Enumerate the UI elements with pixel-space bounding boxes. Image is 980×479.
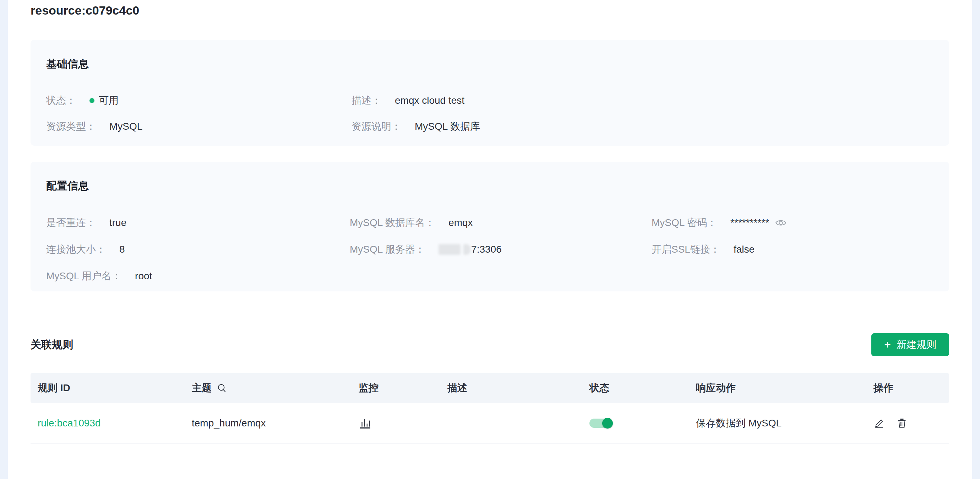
ssl-value: false [733, 244, 754, 255]
page-title: resource:c079c4c0 [30, 3, 139, 18]
status-label: 状态： [46, 94, 76, 107]
reconnect-label: 是否重连： [46, 216, 96, 230]
column-header-monitor: 监控 [352, 381, 440, 395]
page-right-margin [972, 0, 980, 479]
toggle-knob [602, 418, 613, 428]
new-rule-button-label: 新建规则 [897, 338, 936, 351]
pool-size-value: 8 [119, 244, 125, 255]
column-header-description: 描述 [440, 381, 582, 395]
page-left-margin [0, 0, 8, 479]
username-value: root [135, 270, 152, 282]
table-row: rule:bca1093d temp_hum/emqx 保存数据到 MySQL [30, 403, 949, 444]
status-field: 状态： 可用 [46, 94, 352, 107]
basic-info-card: 基础信息 状态： 可用 描述： emqx cloud test 资源类型： My… [30, 40, 949, 146]
plus-icon: + [884, 339, 891, 350]
ssl-label: 开启SSL链接： [652, 243, 720, 256]
description-field: 描述： emqx cloud test [352, 94, 934, 107]
database-value: emqx [449, 217, 473, 228]
rules-table-header: 规则 ID 主题 监控 描述 状态 响应动作 操作 [30, 373, 949, 403]
topic-search-icon[interactable] [216, 383, 227, 393]
password-label: MySQL 密码： [652, 216, 717, 230]
status-dot-icon [89, 98, 94, 103]
column-header-topic: 主题 [185, 381, 352, 395]
username-label: MySQL 用户名： [46, 269, 121, 283]
server-label: MySQL 服务器： [350, 243, 425, 256]
pool-size-label: 连接池大小： [46, 243, 106, 256]
ssl-field: 开启SSL链接： false [652, 236, 934, 263]
resource-type-value: MySQL [109, 121, 142, 132]
column-header-operations: 操作 [866, 381, 949, 395]
server-redacted-block [439, 244, 461, 255]
rule-id-link[interactable]: rule:bca1093d [38, 418, 100, 429]
status-value: 可用 [99, 94, 119, 107]
delete-rule-icon[interactable] [896, 418, 908, 429]
config-info-heading: 配置信息 [46, 179, 934, 193]
reconnect-value: true [109, 217, 126, 228]
server-redacted-block [463, 244, 471, 255]
reconnect-field: 是否重连： true [46, 209, 350, 236]
description-value: emqx cloud test [395, 95, 465, 106]
edit-rule-icon[interactable] [873, 418, 885, 429]
server-field: MySQL 服务器： 7:3306 [350, 236, 652, 263]
column-header-status: 状态 [582, 381, 689, 395]
show-password-eye-icon[interactable] [775, 219, 787, 227]
monitor-chart-icon[interactable] [359, 417, 371, 430]
resource-desc-field: 资源说明： MySQL 数据库 [352, 120, 934, 133]
rule-action: 保存数据到 MySQL [689, 417, 866, 430]
password-value: ********** [730, 217, 769, 228]
basic-info-heading: 基础信息 [46, 57, 934, 72]
rule-enabled-toggle[interactable] [589, 418, 612, 428]
database-label: MySQL 数据库名： [350, 216, 435, 230]
resource-desc-value: MySQL 数据库 [415, 120, 480, 133]
rules-section-heading: 关联规则 [30, 338, 73, 352]
server-value-visible: 7:3306 [471, 244, 502, 255]
database-field: MySQL 数据库名： emqx [350, 209, 652, 236]
column-header-rule-id: 规则 ID [30, 381, 185, 395]
config-info-card: 配置信息 是否重连： true 连接池大小： 8 MySQL 用户名： root… [30, 162, 949, 291]
resource-type-label: 资源类型： [46, 120, 96, 133]
description-label: 描述： [352, 94, 381, 107]
resource-type-field: 资源类型： MySQL [46, 120, 352, 133]
pool-size-field: 连接池大小： 8 [46, 236, 350, 263]
rule-topic: temp_hum/emqx [185, 418, 352, 429]
username-field: MySQL 用户名： root [46, 263, 350, 289]
new-rule-button[interactable]: + 新建规则 [871, 333, 949, 356]
resource-desc-label: 资源说明： [352, 120, 401, 133]
column-header-action: 响应动作 [689, 381, 866, 395]
password-field: MySQL 密码： ********** [652, 209, 934, 236]
